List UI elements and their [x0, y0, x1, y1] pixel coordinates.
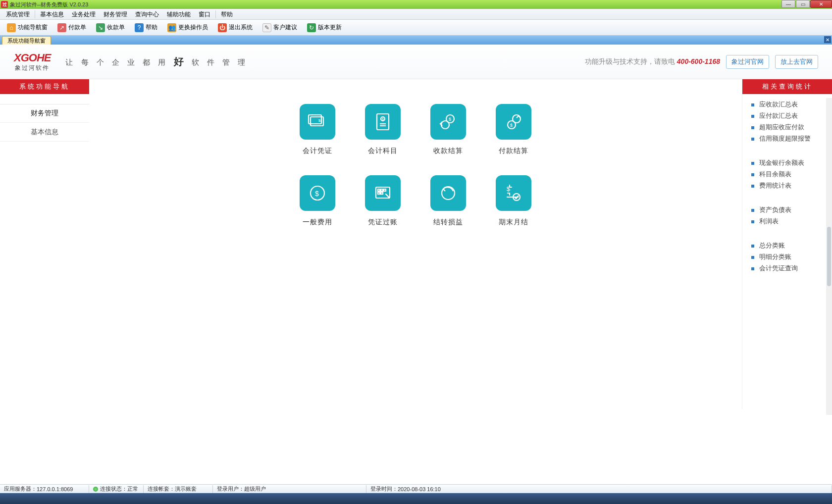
voucher-icon: $	[308, 112, 327, 132]
os-taskbar	[0, 493, 832, 504]
maximize-button[interactable]: ▭	[796, 0, 810, 8]
toolbar-exit-button[interactable]: ⏻退出系统	[214, 21, 257, 35]
svg-text:$: $	[449, 117, 451, 122]
menu-aux[interactable]: 辅助功能	[163, 9, 195, 19]
tile-posting[interactable]: 凭证过账	[365, 175, 401, 227]
link-expense-stats[interactable]: 费用统计表	[751, 180, 825, 192]
month-close-icon: $	[504, 183, 523, 203]
slogan: 让 每 个 企 业 都 用 好 软 件 管 理	[65, 55, 248, 68]
support-phone: 400-600-1168	[677, 57, 720, 65]
receive-icon: ↘	[96, 23, 105, 32]
center-panel: $ 会计凭证 $ 会计科目 $ 收款结算 $ 付款结算 $ 一般费用	[89, 79, 742, 409]
link-general-ledger[interactable]: 总分类账	[751, 240, 825, 252]
status-time-label: 登录时间：	[370, 485, 398, 493]
link-ar-summary[interactable]: 应收款汇总表	[751, 99, 825, 110]
header-band: XGOHE 象过河软件 让 每 个 企 业 都 用 好 软 件 管 理 功能升级…	[0, 45, 832, 79]
tile-voucher[interactable]: $ 会计凭证	[300, 104, 335, 155]
tab-close-button[interactable]: ✕	[824, 36, 831, 43]
official-site-button[interactable]: 象过河官网	[726, 55, 769, 69]
menu-help[interactable]: 帮助	[217, 9, 237, 19]
link-subject-balance[interactable]: 科目余额表	[751, 169, 825, 180]
toolbar-recv-button[interactable]: ↘收款单	[92, 21, 129, 35]
note-icon: ✎	[262, 23, 271, 32]
menu-query[interactable]: 查询中心	[131, 9, 163, 19]
logo-text: XGOHE	[14, 51, 51, 64]
status-user: 超级用户	[244, 485, 266, 493]
svg-text:$: $	[510, 123, 513, 128]
link-credit-alarm[interactable]: 信用额度超限报警	[751, 133, 825, 145]
help-icon: ?	[135, 23, 144, 32]
menu-system[interactable]: 系统管理	[2, 9, 34, 19]
window-title: 象过河软件--财务免费版 V2.0.23	[10, 1, 88, 8]
tile-pay-settle[interactable]: $ 付款结算	[496, 104, 531, 155]
home-icon: ⌂	[7, 23, 16, 32]
svg-point-11	[441, 121, 449, 129]
upload-site-button[interactable]: 放上去官网	[775, 55, 818, 69]
tab-strip: 系统功能导航窗 ✕	[0, 36, 832, 45]
link-detail-ledger[interactable]: 明细分类账	[751, 252, 825, 263]
status-led-icon	[93, 487, 98, 492]
toolbar-suggest-button[interactable]: ✎客户建议	[259, 21, 301, 35]
toolbar-switch-button[interactable]: 👥更换操作员	[163, 21, 212, 35]
tile-expense[interactable]: $ 一般费用	[300, 175, 335, 227]
menu-business[interactable]: 业务处理	[68, 9, 100, 19]
svg-rect-20	[384, 189, 386, 191]
transfer-icon	[438, 183, 458, 203]
pay-icon: ↗	[57, 23, 66, 32]
tile-subject[interactable]: $ 会计科目	[365, 104, 401, 155]
toolbar-nav-button[interactable]: ⌂功能导航窗	[3, 21, 52, 35]
scrollbar-thumb[interactable]	[827, 227, 831, 286]
right-panel: 相关查询统计 应收款汇总表 应付款汇总表 超期应收应付款 信用额度超限报警 现金…	[742, 79, 832, 409]
status-acct: 演示账套	[175, 485, 197, 493]
exit-icon: ⏻	[218, 23, 227, 32]
status-conn: 正常	[127, 485, 138, 493]
tile-recv-settle[interactable]: $ 收款结算	[430, 104, 466, 155]
menu-finance[interactable]: 财务管理	[100, 9, 131, 19]
toolbar-update-button[interactable]: ↻版本更新	[303, 21, 346, 35]
status-acct-label: 连接帐套：	[148, 485, 175, 493]
app-icon: 过	[1, 1, 8, 8]
toolbar-pay-button[interactable]: ↗付款单	[53, 21, 90, 35]
menu-basic[interactable]: 基本信息	[36, 9, 68, 19]
status-time: 2020-08-03 16:10	[398, 486, 441, 492]
logo: XGOHE 象过河软件	[14, 51, 51, 72]
link-overdue[interactable]: 超期应收应付款	[751, 122, 825, 133]
menu-window[interactable]: 窗口	[195, 9, 214, 19]
status-conn-label: 连接状态：	[100, 485, 127, 493]
sidebar-item-basic[interactable]: 基本信息	[0, 123, 89, 142]
tile-transfer[interactable]: 结转损益	[430, 175, 466, 227]
link-balance-sheet[interactable]: 资产负债表	[751, 204, 825, 216]
tile-close[interactable]: $ 期末月结	[496, 175, 531, 227]
left-panel: 系统功能导航 财务管理 基本信息	[0, 79, 89, 409]
sidebar-item-finance[interactable]: 财务管理	[0, 104, 89, 123]
left-panel-header: 系统功能导航	[0, 79, 89, 94]
close-button[interactable]: ✕	[810, 0, 832, 8]
menu-bar: 系统管理 基本信息 业务处理 财务管理 查询中心 辅助功能 窗口 帮助	[0, 9, 832, 20]
switch-user-icon: 👥	[167, 23, 176, 32]
pay-settle-icon: $	[504, 112, 523, 132]
status-bar: 应用服务器： 127.0.0.1:8069 连接状态： 正常 连接帐套： 演示账…	[0, 484, 832, 493]
tab-nav[interactable]: 系统功能导航窗	[2, 36, 51, 45]
svg-text:$: $	[382, 117, 384, 121]
window-controls: — ▭ ✕	[781, 0, 832, 8]
expense-icon: $	[308, 183, 327, 203]
scrollbar-vertical[interactable]	[826, 98, 832, 415]
right-panel-header: 相关查询统计	[742, 79, 832, 94]
title-bar: 过 象过河软件--财务免费版 V2.0.23 — ▭ ✕	[0, 0, 832, 9]
status-server-label: 应用服务器：	[4, 485, 37, 493]
support-text: 功能升级与技术支持，请致电 400-600-1168	[585, 57, 720, 66]
toolbar: ⌂功能导航窗 ↗付款单 ↘收款单 ?帮助 👥更换操作员 ⏻退出系统 ✎客户建议 …	[0, 20, 832, 36]
minimize-button[interactable]: —	[781, 0, 795, 8]
link-cash-balance[interactable]: 现金银行余额表	[751, 157, 825, 169]
posting-icon	[373, 183, 393, 203]
link-ap-summary[interactable]: 应付款汇总表	[751, 110, 825, 122]
svg-rect-21	[378, 192, 380, 194]
logo-subtitle: 象过河软件	[14, 64, 51, 72]
toolbar-help-button[interactable]: ?帮助	[131, 21, 161, 35]
svg-rect-3	[377, 114, 389, 130]
link-profit[interactable]: 利润表	[751, 216, 825, 227]
link-voucher-query[interactable]: 会计凭证查询	[751, 263, 825, 274]
svg-rect-22	[381, 192, 383, 194]
svg-rect-18	[378, 189, 380, 191]
receive-settle-icon: $	[438, 112, 458, 132]
